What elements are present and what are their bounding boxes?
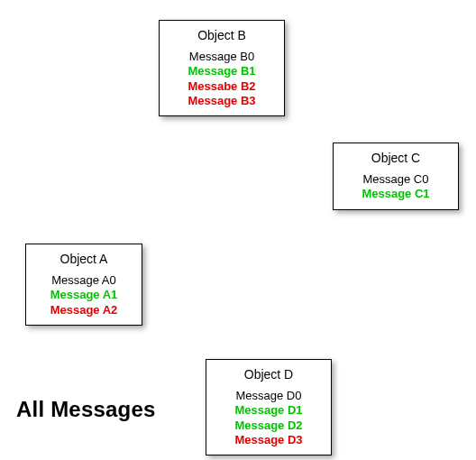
object-b-message-3: Message B3 — [169, 94, 275, 108]
object-a-title: Object A — [35, 252, 133, 266]
headline-all-messages: All Messages — [16, 397, 155, 422]
object-b-title: Object B — [169, 28, 275, 42]
object-d-message-2: Message D2 — [215, 419, 322, 433]
diagram-canvas: Object B Message B0 Message B1 Messabe B… — [0, 0, 476, 460]
object-b-message-2: Messabe B2 — [169, 79, 275, 94]
object-a-message-1: Message A1 — [35, 288, 133, 302]
object-a-message-0: Message A0 — [35, 273, 133, 288]
object-b-box: Object B Message B0 Message B1 Messabe B… — [159, 20, 285, 116]
object-c-box: Object C Message C0 Message C1 — [333, 143, 459, 210]
object-c-message-0: Message C0 — [343, 172, 449, 187]
object-d-message-0: Message D0 — [215, 389, 322, 403]
object-d-title: Object D — [215, 367, 322, 382]
object-b-message-1: Message B1 — [169, 64, 275, 78]
object-b-message-0: Message B0 — [169, 50, 275, 64]
object-c-title: Object C — [343, 151, 449, 165]
object-d-message-3: Message D3 — [215, 433, 322, 447]
object-c-message-1: Message C1 — [343, 187, 449, 201]
object-d-message-1: Message D1 — [215, 403, 322, 418]
object-a-box: Object A Message A0 Message A1 Message A… — [25, 244, 142, 326]
object-d-box: Object D Message D0 Message D1 Message D… — [206, 359, 332, 455]
object-a-message-2: Message A2 — [35, 303, 133, 317]
